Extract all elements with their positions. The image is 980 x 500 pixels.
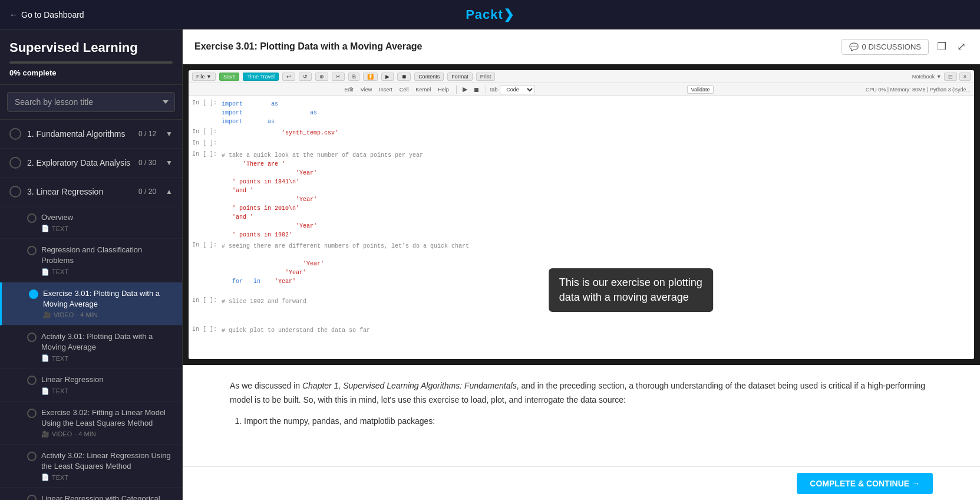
tab-label: tab bbox=[490, 87, 498, 93]
expand-icon: ❐ bbox=[937, 40, 946, 53]
save-btn[interactable]: Save bbox=[219, 73, 240, 81]
cell-content: df = pd.read_csv('synth_temp.csv') bbox=[222, 129, 971, 137]
fullscreen-icon: ⤢ bbox=[957, 40, 966, 53]
search-select[interactable]: Search by lesson title bbox=[7, 92, 175, 112]
insert-menu[interactable]: Insert bbox=[376, 86, 395, 93]
bottom-bar: COMPLETE & CONTINUE → bbox=[183, 466, 980, 500]
lesson-regression-classification[interactable]: Regression and Classification Problems 📄… bbox=[0, 239, 182, 282]
cut-btn[interactable]: ✂ bbox=[332, 73, 345, 81]
nb-menu: Edit View Insert Cell Kernel Help bbox=[341, 86, 451, 93]
help-menu[interactable]: Help bbox=[435, 86, 452, 93]
lesson-title: Linear Regression bbox=[41, 374, 173, 385]
discussions-button[interactable]: 💬 0 DISCUSSIONS bbox=[842, 39, 929, 55]
format-btn[interactable]: Format bbox=[447, 73, 473, 81]
cell-content: # quick plot to understand the data so f… bbox=[222, 326, 971, 359]
lesson-exercise-301[interactable]: Exercise 3.01: Plotting Data with a Movi… bbox=[0, 282, 182, 325]
lesson-meta: 📄 TEXT bbox=[41, 268, 173, 276]
validate-btn[interactable]: Validate bbox=[687, 85, 714, 94]
file-menu[interactable]: File ▼ bbox=[192, 73, 216, 81]
lesson-meta: 📄 TEXT bbox=[41, 354, 173, 362]
cpu-info: CPU 0% | Memory: 80M8 | Python 3 (Syde..… bbox=[866, 87, 971, 93]
run-btn[interactable]: ▶ bbox=[381, 73, 394, 81]
kernel-menu[interactable]: Kernel bbox=[413, 86, 434, 93]
cell-type-select[interactable]: Code Markdown bbox=[500, 85, 535, 94]
chapter-1[interactable]: 1. Fundamental Algorithms 0 / 12 ▼ bbox=[0, 120, 182, 149]
copy-btn[interactable]: ⎘ bbox=[348, 73, 359, 81]
text-icon: 📄 bbox=[41, 473, 50, 481]
print-btn[interactable]: Print bbox=[476, 73, 496, 81]
cell-prompt: In [ ]: bbox=[192, 297, 222, 324]
redo-btn[interactable]: ↺ bbox=[299, 73, 312, 81]
back-button[interactable]: ← Go to Dashboard bbox=[0, 0, 94, 29]
timetravel-btn[interactable]: Time Travel bbox=[243, 73, 279, 81]
fullscreen-button[interactable]: ⤢ bbox=[955, 38, 968, 55]
expand-button[interactable]: ❐ bbox=[935, 38, 949, 55]
lesson-exercise-302[interactable]: Exercise 3.02: Fitting a Linear Model Us… bbox=[0, 402, 182, 445]
lesson-activity-301[interactable]: Activity 3.01: Plotting Data with a Movi… bbox=[0, 325, 182, 369]
course-title: Supervised Learning bbox=[9, 40, 173, 55]
undo-btn[interactable]: ↩ bbox=[282, 73, 295, 81]
notebook-label: Notebook ▼ bbox=[912, 74, 942, 80]
step-1: Import the numpy, pandas, and matplotlib… bbox=[244, 415, 933, 429]
cell-prompt: In [ ]: bbox=[192, 151, 222, 239]
contents-btn[interactable]: Contents bbox=[414, 73, 444, 81]
code-cell-1: In [ ]: import pandas as pd import matpl… bbox=[192, 100, 971, 126]
lesson-activity-302[interactable]: Activity 3.02: Linear Regression Using t… bbox=[0, 445, 182, 488]
lesson-overview[interactable]: Overview 📄 TEXT bbox=[0, 206, 182, 239]
lesson-circle bbox=[27, 495, 37, 500]
back-label: Go to Dashboard bbox=[21, 10, 84, 19]
lesson-title: Activity 3.02: Linear Regression Using t… bbox=[41, 450, 173, 472]
chapter-2-count: 0 / 30 bbox=[138, 159, 156, 167]
video-tooltip: This is our exercise on plotting data wi… bbox=[549, 268, 713, 312]
text-icon: 📄 bbox=[41, 268, 50, 276]
discussions-label: 0 DISCUSSIONS bbox=[862, 42, 921, 51]
cell-prompt: In [ ]: bbox=[192, 326, 222, 359]
steps-list: Import the numpy, pandas, and matplotlib… bbox=[230, 415, 933, 429]
view-menu[interactable]: View bbox=[358, 86, 375, 93]
sidebar: Supervised Learning 0% complete Search b… bbox=[0, 29, 183, 500]
code-cell-2: In [ ]: df = pd.read_csv('synth_temp.csv… bbox=[192, 129, 971, 137]
lesson-list: 1. Fundamental Algorithms 0 / 12 ▼ 2. Ex… bbox=[0, 120, 182, 500]
paste-btn[interactable]: ⏬ bbox=[363, 73, 378, 81]
cell-menu[interactable]: Cell bbox=[397, 86, 412, 93]
separator bbox=[456, 85, 457, 94]
edit-menu[interactable]: Edit bbox=[341, 86, 357, 93]
separator bbox=[486, 85, 486, 94]
content-area: Exercise 3.01: Plotting Data with a Movi… bbox=[183, 29, 980, 500]
nb-run-btn[interactable]: ▶ bbox=[461, 85, 469, 93]
chapter-circle bbox=[9, 186, 21, 198]
nb-stop-btn[interactable]: ⏹ bbox=[471, 86, 481, 93]
lesson-linear-regression[interactable]: Linear Regression 📄 TEXT bbox=[0, 369, 182, 401]
lesson-circle bbox=[27, 376, 37, 385]
notebook-sub-toolbar: Edit View Insert Cell Kernel Help ▶ ⏹ ta… bbox=[189, 83, 974, 96]
lesson-circle bbox=[27, 246, 37, 255]
code-cell-4: In [ ]: # take a quick look at the numbe… bbox=[192, 151, 971, 239]
cell-content: # take a quick look at the number of dat… bbox=[222, 151, 971, 239]
lesson-circle-active bbox=[29, 290, 38, 299]
cell-prompt: In [ ]: bbox=[192, 140, 222, 149]
chapter-2[interactable]: 2. Exploratory Data Analysis 0 / 30 ▼ bbox=[0, 149, 182, 177]
content-header: Exercise 3.01: Plotting Data with a Movi… bbox=[183, 29, 980, 64]
chapter-3-count: 0 / 20 bbox=[138, 188, 156, 196]
video-container: File ▼ Save Time Travel ↩ ↺ ⊕ ✂ ⎘ ⏬ ▶ ⏹ … bbox=[183, 64, 980, 365]
lesson-circle bbox=[27, 333, 37, 342]
topbar: ← Go to Dashboard Packt❯ bbox=[0, 0, 980, 29]
lesson-meta: 📄 TEXT bbox=[41, 225, 173, 232]
lesson-linear-regression-cat[interactable]: Linear Regression with Categorical Varia… bbox=[0, 488, 182, 500]
chapter-1-count: 0 / 12 bbox=[138, 130, 156, 138]
progress-bar-container bbox=[9, 61, 173, 64]
progress-text: 0% complete bbox=[9, 68, 173, 77]
code-cell-7: In [ ]: # quick plot to understand the d… bbox=[192, 326, 971, 359]
chevron-down-icon: ▼ bbox=[166, 130, 173, 138]
chapter-3[interactable]: 3. Linear Regression 0 / 20 ▲ bbox=[0, 177, 182, 206]
complete-continue-button[interactable]: COMPLETE & CONTINUE → bbox=[797, 473, 933, 494]
chapter-2-label: 2. Exploratory Data Analysis bbox=[27, 158, 133, 167]
back-arrow-icon: ← bbox=[9, 10, 18, 19]
add-cell-btn[interactable]: ⊕ bbox=[315, 73, 328, 81]
stop-btn[interactable]: ⏹ bbox=[397, 73, 411, 81]
lesson-title: Overview bbox=[41, 212, 173, 223]
chapter-3-label: 3. Linear Regression bbox=[27, 187, 133, 196]
notebook-toolbar: File ▼ Save Time Travel ↩ ↺ ⊕ ✂ ⎘ ⏬ ▶ ⏹ … bbox=[189, 70, 974, 83]
lesson-meta: 📄 TEXT bbox=[41, 473, 173, 481]
cell-prompt: In [ ]: bbox=[192, 242, 222, 295]
